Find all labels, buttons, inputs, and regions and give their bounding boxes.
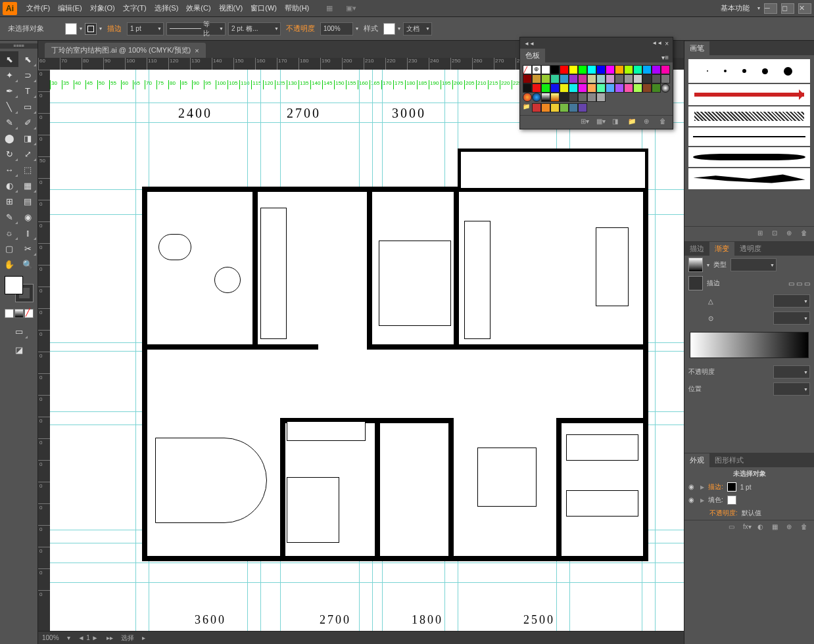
swatch-color[interactable]	[578, 83, 587, 93]
gradient-tool[interactable]: ▤	[18, 193, 37, 209]
extra-tool[interactable]: ◪	[10, 342, 28, 357]
swatch-color[interactable]	[661, 74, 670, 83]
brush-preset[interactable]	[688, 84, 810, 105]
appearance-row[interactable]: ◉▶描边:1 pt	[684, 480, 814, 494]
swatch-color[interactable]	[642, 65, 652, 74]
swatch-gradient[interactable]	[541, 93, 550, 102]
direct-selection-tool[interactable]: ⬉	[18, 51, 37, 67]
fill-stroke-indicator[interactable]	[5, 276, 34, 302]
swatch-color[interactable]	[532, 83, 541, 93]
swatch-color[interactable]	[587, 83, 596, 93]
maximize-icon[interactable]: ◻	[781, 3, 794, 14]
gradient-mode-icon[interactable]	[14, 309, 24, 318]
swatch-color[interactable]	[560, 103, 569, 112]
shape-builder-tool[interactable]: ◐	[0, 177, 18, 193]
panel-icon[interactable]: ◐	[757, 523, 767, 532]
swatch-group-icon[interactable]: 📁	[523, 103, 532, 112]
pencil-tool[interactable]: ✐	[18, 114, 37, 130]
menu-help[interactable]: 帮助(H)	[281, 1, 313, 16]
menu-edit[interactable]: 编辑(E)	[54, 1, 86, 16]
swatch-color[interactable]	[541, 74, 550, 83]
swatch-color[interactable]	[523, 74, 532, 83]
appearance-row[interactable]: ◉▶填色:	[684, 494, 814, 507]
swatch-color[interactable]	[606, 74, 615, 83]
collapse-icon[interactable]: ◄◄	[652, 40, 662, 47]
swatch-color[interactable]	[615, 65, 624, 74]
brush-preset[interactable]	[688, 147, 810, 167]
swatch-color[interactable]	[532, 103, 541, 112]
swatch-color[interactable]	[560, 83, 569, 93]
swatch-gradient[interactable]	[560, 93, 569, 102]
blend-tool[interactable]: ◉	[18, 209, 37, 225]
graphic-styles-tab[interactable]: 图形样式	[709, 453, 749, 467]
swatch-color[interactable]	[606, 83, 615, 93]
brush-preset[interactable]	[688, 59, 810, 83]
canvas[interactable]: 3035404550556065707580859095100105110115…	[50, 70, 684, 631]
none-mode-icon[interactable]: ╱	[24, 309, 34, 318]
swatch-color[interactable]	[578, 74, 587, 83]
swatch-color[interactable]	[624, 74, 633, 83]
gradient-slider[interactable]	[690, 332, 809, 358]
swatch-color[interactable]	[560, 74, 569, 83]
type-tool[interactable]: T	[18, 83, 37, 99]
magic-wand-tool[interactable]: ✦	[0, 67, 18, 83]
swatch-color[interactable]	[624, 65, 633, 74]
stroke-weight-select[interactable]: 1 pt	[127, 22, 164, 35]
show-kinds-icon[interactable]: ▦▾	[596, 118, 606, 127]
new-swatch-icon[interactable]: ⊕	[644, 118, 653, 127]
swatch-color[interactable]	[596, 83, 606, 93]
appearance-row[interactable]: 不透明度:默认值	[684, 507, 814, 520]
new-group-icon[interactable]: 📁	[628, 118, 637, 127]
swatch-color[interactable]	[633, 65, 642, 74]
delete-swatch-icon[interactable]: 🗑	[659, 118, 669, 127]
line-tool[interactable]: ╲	[0, 99, 18, 114]
pen-tool[interactable]: ✒	[0, 83, 18, 99]
expand-icon[interactable]: ▶	[700, 484, 704, 490]
swatch-color[interactable]	[642, 74, 652, 83]
swatch-color[interactable]	[550, 103, 560, 112]
swatch-color[interactable]	[615, 74, 624, 83]
swatch-color[interactable]	[596, 74, 606, 83]
panel-menu-icon[interactable]: ▾≡	[658, 53, 673, 62]
new-brush-icon[interactable]: ⊕	[786, 229, 796, 239]
brush-preset[interactable]	[688, 127, 810, 146]
swatch-color[interactable]	[587, 74, 596, 83]
swatch-options-icon[interactable]: ◨	[612, 118, 621, 127]
swatch-color[interactable]	[541, 83, 550, 93]
zoom-tool[interactable]: 🔍	[18, 256, 37, 272]
transparency-panel-tab[interactable]: 透明度	[734, 242, 767, 256]
stop-position-select[interactable]	[773, 382, 810, 396]
delete-icon[interactable]: 🗑	[801, 229, 810, 239]
delete-icon[interactable]: 🗑	[801, 523, 810, 532]
zoom-level[interactable]: 100%	[42, 634, 59, 641]
swatch-color[interactable]	[652, 74, 661, 83]
swatch-color[interactable]	[652, 83, 661, 93]
free-transform-tool[interactable]: ⬚	[18, 162, 37, 177]
swatch-color[interactable]	[615, 83, 624, 93]
swatch-color[interactable]	[578, 65, 587, 74]
swatch-none[interactable]: ╱	[523, 65, 532, 74]
opacity-label[interactable]: 不透明度	[286, 24, 315, 34]
swatch-gradient[interactable]	[550, 93, 560, 102]
slice-tool[interactable]: ✂	[18, 241, 37, 256]
swatch-color[interactable]	[569, 74, 578, 83]
swatch-color[interactable]	[633, 83, 642, 93]
style-swatch[interactable]	[383, 23, 395, 35]
swatch-color[interactable]	[661, 65, 670, 74]
panel-icon[interactable]: ⊡	[772, 229, 781, 239]
lasso-tool[interactable]: ⊃	[18, 67, 37, 83]
stop-opacity-select[interactable]	[773, 365, 810, 379]
swatch-color[interactable]	[569, 103, 578, 112]
width-tool[interactable]: ↔	[0, 162, 18, 177]
aspect-input[interactable]	[773, 311, 810, 325]
swatches-panel[interactable]: ◄◄ ◄◄× 色板▾≡ ╱⊕📁 ⊞▾ ▦▾ ◨ 📁 ⊕ 🗑	[519, 37, 673, 129]
swatch-gradient[interactable]	[532, 93, 541, 102]
swatch-gradient[interactable]	[569, 93, 578, 102]
blob-brush-tool[interactable]: ⬤	[0, 130, 18, 146]
close-panel-icon[interactable]: ×	[665, 40, 669, 47]
swatch-libraries-icon[interactable]: ⊞▾	[581, 118, 590, 127]
swatch-gradient[interactable]	[523, 93, 532, 102]
gradient-stroke-swatch[interactable]	[688, 276, 703, 290]
visibility-icon[interactable]: ◉	[688, 483, 696, 491]
gradient-preview[interactable]	[688, 258, 703, 272]
